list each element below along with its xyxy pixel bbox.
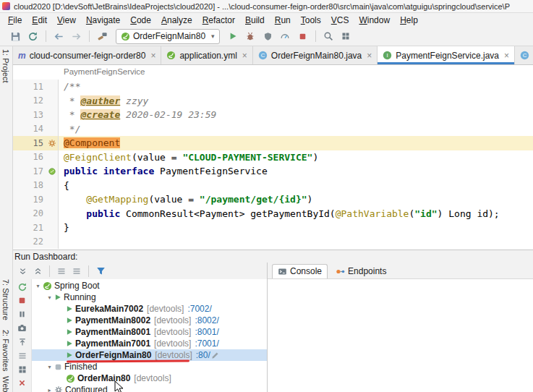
code-line-12[interactable]: 12 * @auther zzyy xyxy=(13,94,533,108)
collapse-all-button[interactable] xyxy=(30,264,45,278)
build-button[interactable] xyxy=(94,28,111,44)
menu-run[interactable]: Run xyxy=(270,14,296,26)
tab-orderfeign[interactable]: COrderFeign× xyxy=(515,46,533,64)
tree-item-paymentmain8001[interactable]: PaymentMain8001[devtools]:8001/ xyxy=(32,326,267,338)
code-line-18[interactable]: 18{ xyxy=(13,179,533,193)
up-button[interactable] xyxy=(15,336,30,347)
close-tab-icon[interactable]: × xyxy=(242,51,247,61)
code-line-21[interactable]: 21} xyxy=(13,221,533,235)
menu-view[interactable]: View xyxy=(52,14,81,26)
stripe-label-7-structure[interactable]: 7: Structure xyxy=(1,279,10,320)
console-output-area[interactable] xyxy=(268,279,533,392)
stop-button[interactable] xyxy=(294,28,311,44)
stripe-label-web[interactable]: Web xyxy=(1,376,10,392)
line-number[interactable]: 20 xyxy=(13,207,46,221)
line-number[interactable]: 15 xyxy=(13,136,46,150)
tree-item-paymentmain7001[interactable]: PaymentMain7001[devtools]:7001/ xyxy=(32,338,267,349)
forward-button[interactable] xyxy=(68,28,85,44)
rerun-button[interactable] xyxy=(15,281,30,292)
code-line-15[interactable]: 15@Component xyxy=(13,136,533,150)
tree-item-orderfeignmain80[interactable]: OrderFeignMain80[devtools]:80/ xyxy=(32,349,267,361)
coverage-button[interactable] xyxy=(260,28,276,44)
line-number[interactable]: 16 xyxy=(13,150,46,165)
list-button[interactable] xyxy=(54,264,69,278)
tab-paymentfeignservice-java[interactable]: IPaymentFeignService.java× xyxy=(378,46,515,64)
profiler-button[interactable] xyxy=(277,28,294,44)
tab-orderfeignmain80-java[interactable]: COrderFeignMain80.java× xyxy=(253,46,378,64)
tree-item-configured[interactable]: ▸Configured xyxy=(32,384,267,392)
tree-item-eurekamain7002[interactable]: EurekaMain7002[devtools]:7002/ xyxy=(32,303,267,315)
menu-build[interactable]: Build xyxy=(240,14,270,26)
menu-navigate[interactable]: Navigate xyxy=(81,14,125,26)
close-tab-icon[interactable]: × xyxy=(367,51,372,61)
grid-button[interactable] xyxy=(338,28,354,44)
tab-endpoints[interactable]: Endpoints xyxy=(331,265,391,278)
stripe-label-1-project[interactable]: 1: Project xyxy=(1,49,10,82)
run-button[interactable] xyxy=(225,28,242,44)
menu-window[interactable]: Window xyxy=(354,14,395,26)
line-number[interactable]: 12 xyxy=(13,94,46,108)
menu-tools[interactable]: Tools xyxy=(296,14,326,26)
line-number[interactable]: 21 xyxy=(13,221,46,235)
line-number[interactable]: 22 xyxy=(13,235,46,250)
port-link[interactable]: :7002/ xyxy=(187,304,211,314)
back-button[interactable] xyxy=(51,28,67,44)
tab-cloud-consumer-feign-order80[interactable]: mcloud-consumer-feign-order80× xyxy=(13,46,161,64)
chevron-right-icon[interactable]: ▸ xyxy=(46,387,54,392)
camera-button[interactable] xyxy=(15,323,30,333)
tree-item-paymentmain8002[interactable]: PaymentMain8002[devtools]:8002/ xyxy=(32,315,267,326)
code-line-11[interactable]: 11/** xyxy=(13,80,533,94)
pause-button[interactable] xyxy=(15,309,30,320)
code-line-17[interactable]: 17public interface PaymentFeignService xyxy=(13,164,533,179)
port-link[interactable]: :8001/ xyxy=(195,327,218,337)
code-line-19[interactable]: 19 @GetMapping(value = "/payment/get/{id… xyxy=(13,192,533,207)
debug-button[interactable] xyxy=(242,28,259,44)
close-tab-icon[interactable]: × xyxy=(504,51,509,61)
search-button[interactable] xyxy=(320,28,337,44)
run-dashboard-tree[interactable]: ▾Spring Boot▾RunningEurekaMain7002[devto… xyxy=(32,279,267,392)
menu-analyze[interactable]: Analyze xyxy=(156,14,197,26)
grid-button[interactable] xyxy=(15,364,30,375)
line-number[interactable]: 11 xyxy=(13,80,46,94)
run-config-select[interactable]: OrderFeignMain80▾ xyxy=(116,29,220,44)
chevron-down-icon[interactable]: ▾ xyxy=(46,364,54,370)
code-line-22[interactable]: 22 xyxy=(13,235,533,250)
line-number[interactable]: 18 xyxy=(13,179,46,193)
close-button[interactable] xyxy=(15,378,30,388)
code-editor[interactable]: 11/**12 * @auther zzyy13 * @create 2020-… xyxy=(13,78,533,250)
port-link[interactable]: :8002/ xyxy=(195,315,218,325)
menu-refactor[interactable]: Refactor xyxy=(197,14,240,26)
save-button[interactable] xyxy=(7,28,24,44)
tree-item-spring-boot[interactable]: ▾Spring Boot xyxy=(32,280,267,291)
tree-item-running[interactable]: ▾Running xyxy=(32,291,267,303)
menu-help[interactable]: Help xyxy=(395,14,423,26)
menu-edit[interactable]: Edit xyxy=(27,14,52,26)
menu-file[interactable]: File xyxy=(3,14,27,26)
line-number[interactable]: 19 xyxy=(13,192,46,207)
stop-button[interactable] xyxy=(15,295,30,306)
code-line-14[interactable]: 14 */ xyxy=(13,122,533,137)
code-line-16[interactable]: 16@FeignClient(value = "CLOUD-PAYMENT-SE… xyxy=(13,150,533,165)
expand-all-button[interactable] xyxy=(15,264,30,278)
menu-code[interactable]: Code xyxy=(125,14,156,26)
close-tab-icon[interactable]: × xyxy=(150,51,155,61)
port-link[interactable]: :7001/ xyxy=(195,338,218,349)
line-number[interactable]: 13 xyxy=(13,108,46,122)
stripe-label-2-favorites[interactable]: 2: Favorites xyxy=(1,330,10,371)
tab-console[interactable]: Console xyxy=(272,264,328,278)
tree-item-ordermain80[interactable]: OrderMain80[devtools] xyxy=(32,372,267,384)
sync-button[interactable] xyxy=(25,28,41,44)
menu-vcs[interactable]: VCS xyxy=(326,14,354,26)
line-number[interactable]: 14 xyxy=(13,122,46,137)
breadcrumb[interactable]: PaymentFeignService xyxy=(64,67,145,76)
port-link[interactable]: :80/ xyxy=(196,350,210,360)
chevron-down-icon[interactable]: ▾ xyxy=(46,294,54,301)
list-button[interactable] xyxy=(15,350,30,361)
line-number[interactable]: 17 xyxy=(13,164,46,179)
list-button[interactable] xyxy=(69,264,84,278)
code-line-13[interactable]: 13 * @create 2020-02-19 23:59 xyxy=(13,108,533,122)
code-line-20[interactable]: 20 public CommonResult<Payment> getPayme… xyxy=(13,207,533,221)
chevron-down-icon[interactable]: ▾ xyxy=(34,283,42,289)
tab-application-yml[interactable]: application.yml× xyxy=(161,46,252,64)
funnel-button[interactable] xyxy=(93,264,108,278)
